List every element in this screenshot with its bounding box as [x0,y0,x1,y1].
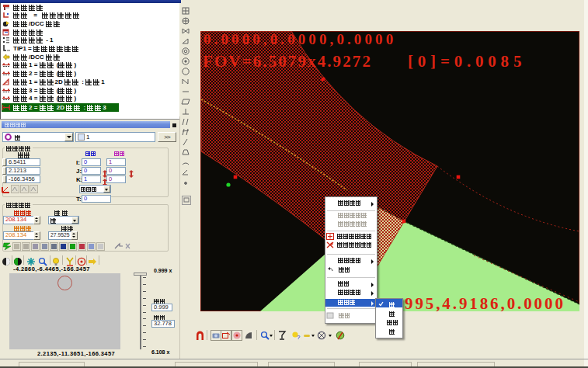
svg-text:[0]=0.0085: [0]=0.0085 [408,52,526,71]
svg-text:0.0000,0.0000,0.0000: 0.0000,0.0000,0.0000 [204,31,396,47]
svg-text:995,4.9186,0.0000: 995,4.9186,0.0000 [405,294,565,311]
svg-text:?: ? [297,334,301,341]
svg-text:FOV=6.5079x4.9272: FOV=6.5079x4.9272 [203,52,372,71]
